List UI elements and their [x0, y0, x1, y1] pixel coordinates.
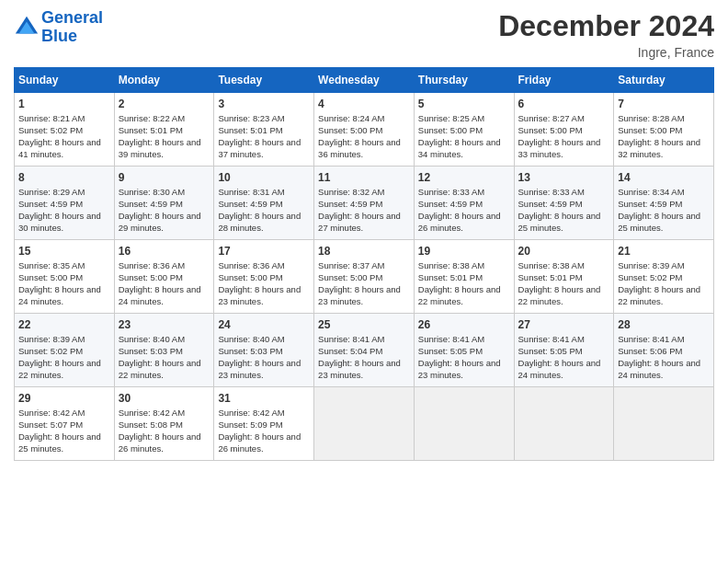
- calendar-cell: 16Sunrise: 8:36 AMSunset: 5:00 PMDayligh…: [114, 240, 214, 314]
- calendar-cell: 14Sunrise: 8:34 AMSunset: 4:59 PMDayligh…: [614, 167, 714, 240]
- day-info-line: Daylight: 8 hours and 25 minutes.: [618, 211, 710, 235]
- day-info-line: Sunrise: 8:36 AM: [218, 260, 310, 272]
- day-number: 7: [618, 97, 710, 111]
- page-container: General Blue December 2024 Ingre, France…: [0, 0, 728, 470]
- day-info-line: Sunrise: 8:21 AM: [18, 113, 110, 125]
- day-info-line: Sunrise: 8:42 AM: [119, 408, 210, 419]
- logo: General Blue: [14, 9, 103, 46]
- day-info-line: Sunset: 5:00 PM: [318, 125, 410, 137]
- day-info-line: Daylight: 8 hours and 24 minutes.: [618, 358, 710, 382]
- day-number: 2: [119, 97, 210, 111]
- day-number: 11: [318, 170, 410, 185]
- day-number: 21: [618, 244, 710, 259]
- day-number: 29: [18, 391, 110, 406]
- calendar-cell: 26Sunrise: 8:41 AMSunset: 5:05 PMDayligh…: [414, 314, 514, 387]
- day-info-line: Sunrise: 8:29 AM: [18, 187, 110, 199]
- day-info-line: Daylight: 8 hours and 22 minutes.: [618, 284, 710, 308]
- day-info-line: Daylight: 8 hours and 23 minutes.: [218, 358, 310, 382]
- day-info-line: Daylight: 8 hours and 23 minutes.: [318, 358, 410, 382]
- day-number: 5: [418, 97, 510, 111]
- day-info-line: Sunset: 5:05 PM: [518, 346, 610, 358]
- title-block: December 2024 Ingre, France: [498, 9, 714, 60]
- day-info-line: Sunset: 5:00 PM: [618, 125, 710, 137]
- day-info-line: Sunset: 5:01 PM: [418, 272, 510, 284]
- day-info-line: Sunset: 5:00 PM: [218, 272, 310, 284]
- day-info-line: Daylight: 8 hours and 41 minutes.: [18, 137, 110, 161]
- day-number: 25: [318, 317, 410, 332]
- calendar-cell: 28Sunrise: 8:41 AMSunset: 5:06 PMDayligh…: [614, 314, 714, 387]
- day-info-line: Sunrise: 8:39 AM: [618, 260, 710, 272]
- calendar-cell: 4Sunrise: 8:24 AMSunset: 5:00 PMDaylight…: [314, 93, 415, 167]
- day-info-line: Sunset: 4:59 PM: [318, 199, 410, 211]
- day-info-line: Sunrise: 8:41 AM: [318, 334, 410, 346]
- calendar-cell: 15Sunrise: 8:35 AMSunset: 5:00 PMDayligh…: [15, 240, 115, 314]
- calendar-cell: 8Sunrise: 8:29 AMSunset: 4:59 PMDaylight…: [15, 167, 115, 240]
- day-number: 27: [518, 317, 610, 332]
- day-info-line: Sunrise: 8:42 AM: [18, 408, 110, 419]
- day-info-line: Daylight: 8 hours and 34 minutes.: [418, 137, 510, 161]
- day-info-line: Sunrise: 8:40 AM: [119, 334, 210, 346]
- calendar-cell: 23Sunrise: 8:40 AMSunset: 5:03 PMDayligh…: [114, 314, 214, 387]
- calendar-week-row: 22Sunrise: 8:39 AMSunset: 5:02 PMDayligh…: [15, 314, 714, 387]
- day-info-line: Sunset: 5:02 PM: [18, 346, 110, 358]
- calendar-cell: 3Sunrise: 8:23 AMSunset: 5:01 PMDaylight…: [214, 93, 314, 167]
- day-number: 3: [218, 97, 310, 111]
- day-number: 30: [119, 391, 210, 406]
- calendar-cell: 12Sunrise: 8:33 AMSunset: 4:59 PMDayligh…: [414, 167, 514, 240]
- col-header-tuesday: Tuesday: [214, 68, 314, 93]
- day-info-line: Sunrise: 8:30 AM: [119, 187, 210, 199]
- calendar-cell: 30Sunrise: 8:42 AMSunset: 5:08 PMDayligh…: [114, 387, 214, 461]
- day-info-line: Daylight: 8 hours and 23 minutes.: [218, 284, 310, 308]
- day-info-line: Sunrise: 8:32 AM: [318, 187, 410, 199]
- calendar-cell: 25Sunrise: 8:41 AMSunset: 5:04 PMDayligh…: [314, 314, 415, 387]
- col-header-wednesday: Wednesday: [314, 68, 415, 93]
- calendar-cell: 19Sunrise: 8:38 AMSunset: 5:01 PMDayligh…: [414, 240, 514, 314]
- day-info-line: Sunrise: 8:41 AM: [518, 334, 610, 346]
- day-info-line: Sunrise: 8:28 AM: [618, 113, 710, 125]
- day-info-line: Daylight: 8 hours and 39 minutes.: [119, 137, 210, 161]
- day-number: 9: [119, 170, 210, 185]
- day-number: 14: [618, 170, 710, 185]
- calendar-cell: 11Sunrise: 8:32 AMSunset: 4:59 PMDayligh…: [314, 167, 415, 240]
- day-info-line: Daylight: 8 hours and 28 minutes.: [218, 211, 310, 235]
- day-info-line: Daylight: 8 hours and 36 minutes.: [318, 137, 410, 161]
- calendar-cell: 6Sunrise: 8:27 AMSunset: 5:00 PMDaylight…: [514, 93, 614, 167]
- day-info-line: Sunset: 5:01 PM: [518, 272, 610, 284]
- calendar-week-row: 29Sunrise: 8:42 AMSunset: 5:07 PMDayligh…: [15, 387, 714, 461]
- day-info-line: Sunset: 5:02 PM: [618, 272, 710, 284]
- day-info-line: Daylight: 8 hours and 26 minutes.: [119, 431, 210, 455]
- day-info-line: Sunset: 4:59 PM: [618, 199, 710, 211]
- day-info-line: Sunrise: 8:38 AM: [418, 260, 510, 272]
- calendar-body: 1Sunrise: 8:21 AMSunset: 5:02 PMDaylight…: [15, 93, 714, 461]
- day-info-line: Sunrise: 8:33 AM: [518, 187, 610, 199]
- day-info-line: Sunrise: 8:41 AM: [418, 334, 510, 346]
- col-header-monday: Monday: [114, 68, 214, 93]
- day-info-line: Sunset: 4:59 PM: [218, 199, 310, 211]
- month-title: December 2024: [498, 9, 714, 43]
- col-header-sunday: Sunday: [15, 68, 115, 93]
- day-info-line: Sunset: 4:59 PM: [18, 199, 110, 211]
- day-number: 24: [218, 317, 310, 332]
- calendar-cell: 20Sunrise: 8:38 AMSunset: 5:01 PMDayligh…: [514, 240, 614, 314]
- calendar-cell: [514, 387, 614, 461]
- calendar-cell: 2Sunrise: 8:22 AMSunset: 5:01 PMDaylight…: [114, 93, 214, 167]
- calendar-cell: 9Sunrise: 8:30 AMSunset: 4:59 PMDaylight…: [114, 167, 214, 240]
- calendar-cell: [614, 387, 714, 461]
- calendar-cell: 10Sunrise: 8:31 AMSunset: 4:59 PMDayligh…: [214, 167, 314, 240]
- logo-icon: [14, 15, 40, 40]
- day-info-line: Sunrise: 8:27 AM: [518, 113, 610, 125]
- day-number: 20: [518, 244, 610, 259]
- day-info-line: Sunrise: 8:37 AM: [318, 260, 410, 272]
- logo-line2: Blue: [41, 27, 77, 45]
- day-info-line: Daylight: 8 hours and 29 minutes.: [119, 211, 210, 235]
- day-info-line: Daylight: 8 hours and 32 minutes.: [618, 137, 710, 161]
- day-number: 18: [318, 244, 410, 259]
- calendar-cell: 13Sunrise: 8:33 AMSunset: 4:59 PMDayligh…: [514, 167, 614, 240]
- day-info-line: Sunrise: 8:41 AM: [618, 334, 710, 346]
- day-info-line: Sunset: 5:06 PM: [618, 346, 710, 358]
- day-info-line: Sunset: 5:03 PM: [119, 346, 210, 358]
- day-info-line: Sunset: 5:08 PM: [119, 419, 210, 431]
- calendar-cell: 21Sunrise: 8:39 AMSunset: 5:02 PMDayligh…: [614, 240, 714, 314]
- day-info-line: Daylight: 8 hours and 25 minutes.: [518, 211, 610, 235]
- day-info-line: Daylight: 8 hours and 22 minutes.: [518, 284, 610, 308]
